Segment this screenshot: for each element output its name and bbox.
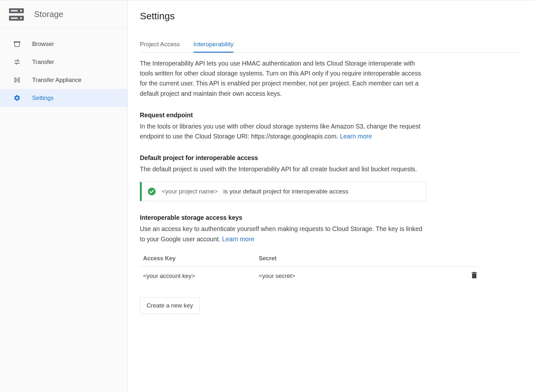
svg-point-5 [20,17,22,19]
default-project-notice: <your project name> is your default proj… [140,182,426,201]
sidebar-item-transfer-appliance[interactable]: Transfer Appliance [0,71,127,89]
cell-access-key: <your account key> [143,272,259,280]
page-title: Settings [140,11,522,22]
sidebar-title: Storage [34,9,63,19]
sidebar-nav: Browser Transfer [0,29,127,107]
sidebar-item-label: Transfer [32,58,54,66]
svg-rect-15 [473,272,476,273]
learn-more-link-endpoint[interactable]: Learn more [340,133,372,140]
section-request-endpoint: Request endpoint In the tools or librari… [140,111,522,141]
section-body: Use an access key to authenticate yourse… [140,224,429,244]
section-access-keys: Interoperable storage access keys Use an… [140,214,522,314]
create-key-button[interactable]: Create a new key [140,297,200,314]
svg-rect-13 [472,273,476,278]
col-header-access-key: Access Key [143,255,259,262]
trash-icon [471,272,477,280]
sidebar-item-label: Browser [32,40,54,48]
sidebar-item-settings[interactable]: Settings [0,89,127,107]
svg-rect-8 [18,78,20,79]
transfer-icon [14,59,21,65]
notice-text: <your project name> is your default proj… [162,188,348,195]
sidebar-header: Storage [0,0,127,29]
section-title: Interoperable storage access keys [140,214,522,221]
sidebar-item-label: Transfer Appliance [32,76,82,84]
notice-project-name: <your project name> [162,188,218,195]
table-row: <your account key> <your secret> [140,267,481,286]
section-title: Default project for interoperable access [140,154,522,162]
check-circle-icon [148,187,156,196]
access-keys-body-text: Use an access key to authenticate yourse… [140,225,422,242]
endpoint-body-text: In the tools or libraries you use with o… [140,123,421,140]
bucket-icon [14,41,21,47]
svg-rect-9 [14,80,20,81]
sidebar-item-browser[interactable]: Browser [0,35,127,53]
section-default-project: Default project for interoperable access… [140,154,522,201]
sidebar-item-transfer[interactable]: Transfer [0,53,127,71]
notice-suffix: is your default project for interoperabl… [223,188,349,195]
section-body: The default project is used with the Int… [140,164,429,174]
svg-rect-10 [14,82,16,83]
svg-rect-6 [14,41,20,43]
access-keys-table: Access Key Secret <your account key> <yo… [140,251,481,286]
svg-rect-11 [18,82,20,83]
delete-key-button[interactable] [471,272,477,280]
gear-icon [14,94,21,102]
intro-text: The Interoperability API lets you use HM… [140,58,429,99]
svg-rect-7 [14,78,16,79]
cell-secret: <your secret> [259,272,462,280]
svg-point-4 [20,10,22,11]
tab-project-access[interactable]: Project Access [140,38,180,53]
storage-icon [9,8,24,21]
col-header-secret: Secret [259,255,462,262]
main-content: Settings Project Access Interoperability… [128,0,535,392]
section-title: Request endpoint [140,111,522,119]
svg-rect-3 [11,17,18,19]
tab-interoperability[interactable]: Interoperability [194,38,234,53]
tabs: Project Access Interoperability [140,38,522,53]
sidebar: Storage Browser Trans [0,0,128,392]
appliance-icon [14,77,21,83]
section-body: In the tools or libraries you use with o… [140,121,429,141]
sidebar-item-label: Settings [32,94,54,102]
svg-rect-2 [11,10,18,11]
table-header: Access Key Secret [140,251,481,267]
learn-more-link-keys[interactable]: Learn more [222,236,254,243]
